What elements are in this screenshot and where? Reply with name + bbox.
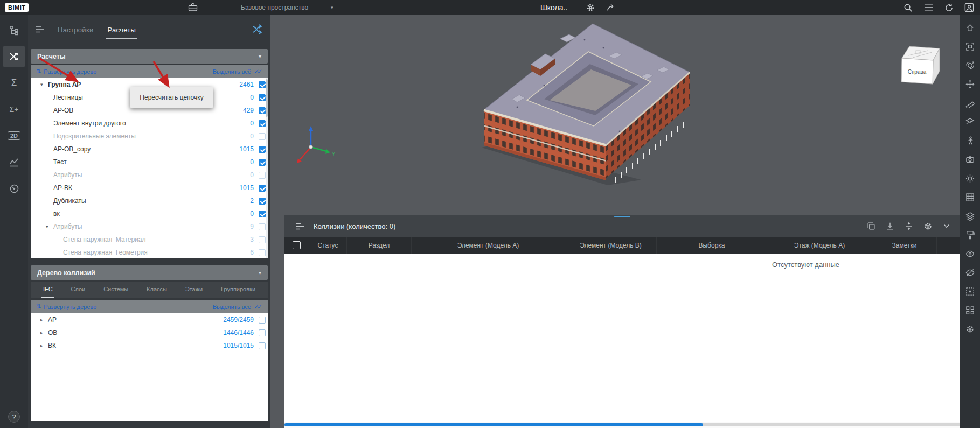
column-element-a[interactable]: Элемент (Модель А) [412,237,565,254]
visibility-button[interactable] [963,247,977,261]
user-icon[interactable] [963,1,976,14]
tree-row-checkbox[interactable] [259,159,266,166]
tree-row[interactable]: Тест 0 [31,156,268,169]
share-icon[interactable] [604,1,617,14]
tab-layers[interactable]: Слои [69,282,87,298]
column-element-b[interactable]: Элемент (Модель B) [565,237,657,254]
home-view-button[interactable] [963,20,977,34]
view-2d-button[interactable]: 2D [3,125,25,146]
collision-tree-header[interactable]: Дерево коллизий ▾ [31,265,268,280]
expander-icon[interactable]: ▾ [46,224,53,229]
tree-row-checkbox[interactable] [259,249,266,256]
tree-row[interactable]: АР-ВК 1015 [31,181,268,194]
expander-icon[interactable]: ▾ [40,82,48,87]
tree-scrollbar[interactable] [266,78,268,258]
model-tree-button[interactable] [3,19,25,41]
tree-row-checkbox[interactable] [259,236,266,243]
tree-row[interactable]: Стена наружная_Геометрия 6 [31,246,268,258]
select-all-link[interactable]: Выделить всё ✓✓ [213,68,262,75]
menu-list-icon[interactable] [922,1,935,14]
section-plane-button[interactable] [963,115,977,129]
column-floor[interactable]: Этаж (Модель А) [767,237,872,254]
measure-button[interactable] [963,96,977,110]
toolbox-icon[interactable] [186,1,199,14]
tab-ifc[interactable]: IFC [41,282,54,298]
hide-button[interactable] [963,265,977,279]
tree-row[interactable]: ▸ ОВ 1446/1446 [31,326,268,339]
tree-row[interactable]: Стена наружная_Материал 3 [31,233,268,246]
tree-row-checkbox[interactable] [259,146,266,153]
column-notes[interactable]: Заметки [872,237,937,254]
tree-row[interactable]: ▸ ВК 1015/1015 [31,339,268,352]
camera-button[interactable] [963,152,977,166]
collision-check-button[interactable] [3,46,25,67]
search-icon[interactable] [901,1,914,14]
expander-icon[interactable]: ▸ [40,330,48,335]
duplicate-icon[interactable] [866,221,876,231]
collapse-panel-icon[interactable] [942,221,951,231]
panel-menu-icon[interactable] [293,220,306,233]
column-status[interactable]: Статус [309,237,347,254]
pan-button[interactable] [963,77,977,91]
tree-row-checkbox[interactable] [259,329,266,336]
dashboard-gauge-button[interactable] [3,178,25,199]
analytics-button[interactable] [3,151,25,173]
workspace-select[interactable]: Базовое пространство ▾ [241,4,333,11]
tree-row-checkbox[interactable] [259,81,266,88]
expand-tree-link[interactable]: ⇅ Развернуть дерево [36,303,96,310]
isolate-button[interactable] [963,284,977,298]
grid-button[interactable] [963,190,977,204]
tree-row-checkbox[interactable] [259,94,266,101]
tree-row-checkbox[interactable] [259,172,266,179]
settings-icon[interactable] [923,221,933,231]
explode-button[interactable] [963,303,977,317]
panel-menu-icon[interactable] [36,25,45,35]
tree-row[interactable]: Дубликаты 2 [31,194,268,207]
help-button[interactable]: ? [8,411,20,423]
tree-row-checkbox[interactable] [259,211,266,217]
project-settings-icon[interactable] [584,1,597,14]
calc-section-header[interactable]: Расчеты ▾ [31,49,268,64]
tree-row[interactable]: ▾ Атрибуты 9 [31,220,268,233]
select-all-checkbox[interactable] [293,241,301,249]
column-selection[interactable]: Выборка [657,237,767,254]
tree-row-checkbox[interactable] [259,342,266,349]
tree-row-checkbox[interactable] [259,107,266,114]
tree-row[interactable]: АР-ОВ_copy 1015 [31,143,268,156]
sun-shadows-button[interactable] [963,171,977,185]
tree-row-checkbox[interactable] [259,198,266,205]
expander-icon[interactable]: ▸ [40,343,48,348]
tab-classes[interactable]: Классы [145,282,169,298]
tree-row[interactable]: вк 0 [31,207,268,220]
import-icon[interactable] [885,221,895,231]
sum-button[interactable]: Σ [3,72,25,94]
tab-floors[interactable]: Этажи [184,282,204,298]
paint-button[interactable] [963,228,977,242]
expand-tree-link[interactable]: ⇅ Развернуть дерево [36,68,96,75]
tree-row-checkbox[interactable] [259,185,266,192]
tab-groupings[interactable]: Группировки [219,282,257,298]
tree-row[interactable]: Атрибуты 0 [31,169,268,181]
context-menu-recalculate[interactable]: Пересчитать цепочку [130,87,213,108]
walk-mode-button[interactable] [963,134,977,148]
tab-settings[interactable]: Настройки [57,22,94,39]
tree-row-checkbox[interactable] [259,317,266,324]
tree-row-checkbox[interactable] [259,223,266,230]
scrollbar-thumb[interactable] [284,423,703,426]
axes-gizmo[interactable]: Y [287,121,335,170]
panel-resize-handle[interactable] [614,216,630,217]
tab-calculations[interactable]: Расчеты [106,22,137,39]
viewport-3d[interactable]: Y Справа [270,15,960,428]
sum-plus-button[interactable]: Σ+ [3,99,25,120]
tree-row[interactable]: ▸ АР 2459/2459 [31,313,268,326]
view-cube[interactable]: Справа [896,38,942,87]
horizontal-scrollbar[interactable] [284,422,960,428]
row-height-icon[interactable] [904,221,914,231]
column-section[interactable]: Раздел [347,237,412,254]
tree-row[interactable]: Подозрительные элементы 0 [31,130,268,143]
sync-icon[interactable] [942,1,955,14]
tree-row-checkbox[interactable] [259,120,266,127]
viewer-settings-button[interactable] [963,322,977,336]
tree-row-checkbox[interactable] [259,133,266,140]
layers-button[interactable] [963,209,977,223]
